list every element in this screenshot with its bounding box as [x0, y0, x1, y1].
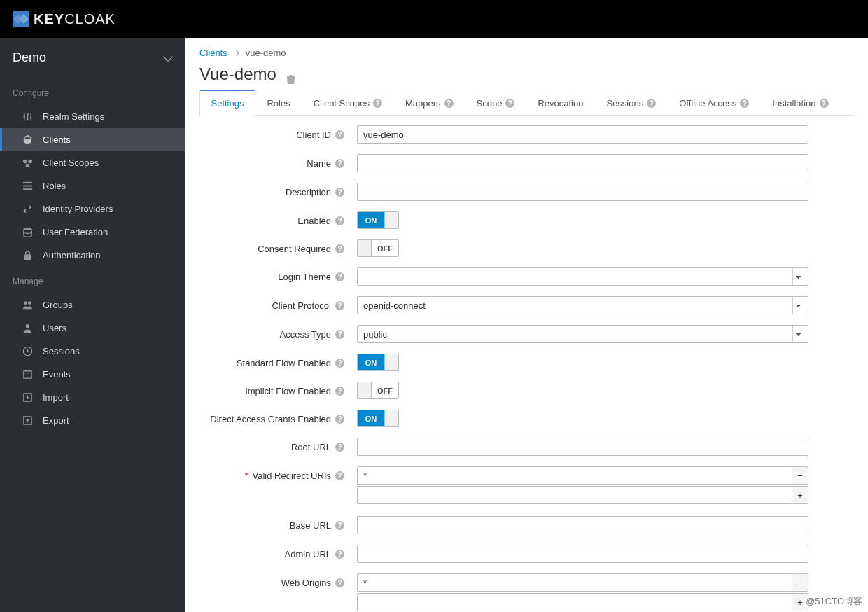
sidebar-item-clients[interactable]: Clients	[0, 128, 186, 151]
svg-rect-4	[23, 186, 32, 187]
help-icon[interactable]: ?	[335, 387, 344, 396]
sidebar-item-user-federation[interactable]: User Federation	[0, 221, 186, 244]
help-icon[interactable]: ?	[505, 99, 514, 108]
sidebar: Demo Configure Realm SettingsClientsClie…	[0, 38, 186, 612]
help-icon[interactable]: ?	[335, 578, 344, 587]
chevron-down-icon	[163, 51, 173, 61]
redirect-uri-input[interactable]	[357, 486, 792, 504]
base-url-input[interactable]	[357, 516, 808, 534]
group-icon	[22, 300, 33, 310]
remove-button[interactable]: −	[792, 466, 808, 485]
sidebar-item-realm-settings[interactable]: Realm Settings	[0, 105, 186, 128]
sidebar-item-label: Client Scopes	[43, 158, 99, 168]
help-icon[interactable]: ?	[335, 359, 344, 368]
consent-toggle[interactable]: OFF	[357, 239, 399, 257]
sidebar-item-users[interactable]: Users	[0, 317, 186, 340]
svg-rect-3	[23, 182, 32, 183]
help-icon[interactable]: ?	[444, 99, 454, 108]
web-origin-input[interactable]	[357, 593, 792, 611]
tab-installation[interactable]: Installation?	[761, 90, 840, 116]
list-icon	[22, 181, 33, 191]
sidebar-item-label: Users	[43, 323, 66, 333]
help-icon[interactable]: ?	[335, 471, 344, 480]
tab-revocation[interactable]: Revocation	[526, 90, 595, 116]
top-bar: KEYCLOAK	[0, 0, 868, 38]
svg-point-9	[28, 301, 31, 305]
direct-access-toggle[interactable]: ON	[357, 410, 399, 427]
admin-url-input[interactable]	[357, 545, 808, 563]
description-input[interactable]	[357, 183, 808, 201]
sidebar-item-groups[interactable]: Groups	[0, 293, 186, 317]
section-configure-label: Configure	[0, 78, 186, 105]
login-theme-select[interactable]	[357, 267, 808, 286]
help-icon[interactable]: ?	[335, 521, 344, 530]
help-icon[interactable]: ?	[373, 99, 382, 108]
svg-point-1	[27, 113, 29, 116]
help-icon[interactable]: ?	[335, 159, 344, 168]
sidebar-item-roles[interactable]: Roles	[0, 174, 186, 197]
tab-offline-access[interactable]: Offline Access?	[668, 90, 761, 116]
main-content: Clients vue-demo Vue-demo SettingsRolesC…	[186, 38, 868, 612]
sidebar-item-label: Realm Settings	[43, 111, 104, 122]
sidebar-item-events[interactable]: Events	[0, 363, 186, 386]
add-button[interactable]: +	[792, 486, 808, 504]
help-icon[interactable]: ?	[820, 99, 829, 108]
implicit-flow-toggle[interactable]: OFF	[357, 382, 399, 399]
help-icon[interactable]: ?	[335, 330, 344, 339]
help-icon[interactable]: ?	[335, 188, 344, 197]
logo[interactable]: KEYCLOAK	[13, 11, 115, 27]
help-icon[interactable]: ?	[647, 99, 656, 108]
web-origin-input[interactable]	[357, 573, 792, 592]
tab-scope[interactable]: Scope?	[465, 90, 526, 116]
tab-roles[interactable]: Roles	[255, 90, 302, 116]
chevron-right-icon	[234, 50, 239, 55]
standard-flow-toggle[interactable]: ON	[357, 354, 399, 371]
client-id-input[interactable]	[357, 125, 808, 144]
sidebar-item-identity-providers[interactable]: Identity Providers	[0, 197, 186, 221]
tab-mappers[interactable]: Mappers?	[393, 90, 465, 116]
delete-icon[interactable]	[286, 69, 295, 80]
sliders-icon	[22, 111, 33, 122]
svg-point-0	[23, 116, 25, 118]
sidebar-item-label: Roles	[43, 181, 66, 191]
sidebar-item-authentication[interactable]: Authentication	[0, 244, 186, 267]
help-icon[interactable]: ?	[335, 244, 344, 253]
access-type-select[interactable]: public	[357, 325, 808, 343]
settings-form: Client ID? Name? Description? Enabled?ON…	[200, 125, 808, 612]
svg-rect-5	[23, 188, 32, 190]
svg-point-8	[24, 301, 27, 305]
tab-client-scopes[interactable]: Client Scopes?	[302, 90, 393, 116]
help-icon[interactable]: ?	[335, 443, 344, 452]
tab-sessions[interactable]: Sessions?	[595, 90, 668, 116]
help-icon[interactable]: ?	[335, 301, 344, 310]
add-button[interactable]: +	[792, 593, 808, 611]
database-icon	[22, 227, 33, 237]
help-icon[interactable]: ?	[740, 99, 749, 108]
help-icon[interactable]: ?	[335, 130, 344, 139]
enabled-toggle[interactable]: ON	[357, 211, 399, 229]
name-input[interactable]	[357, 154, 808, 172]
help-icon[interactable]: ?	[335, 272, 344, 281]
root-url-input[interactable]	[357, 438, 808, 456]
client-protocol-select[interactable]: openid-connect	[357, 296, 808, 314]
svg-point-2	[30, 117, 32, 119]
help-icon[interactable]: ?	[335, 216, 344, 225]
remove-button[interactable]: −	[792, 573, 808, 592]
tab-settings[interactable]: Settings	[200, 90, 255, 116]
sidebar-item-label: Clients	[43, 134, 71, 145]
sidebar-item-import[interactable]: Import	[0, 386, 186, 409]
breadcrumb-current: vue-demo	[246, 48, 286, 58]
breadcrumb-parent[interactable]: Clients	[200, 48, 227, 58]
sidebar-item-label: Export	[43, 415, 69, 426]
lock-icon	[22, 250, 33, 260]
realm-selector[interactable]: Demo	[0, 38, 186, 78]
help-icon[interactable]: ?	[335, 550, 344, 559]
sidebar-item-sessions[interactable]: Sessions	[0, 340, 186, 363]
sidebar-item-label: Identity Providers	[43, 204, 113, 214]
logo-text: KEYCLOAK	[34, 11, 115, 27]
help-icon[interactable]: ?	[335, 415, 344, 424]
redirect-uri-input[interactable]	[357, 466, 792, 485]
sidebar-item-export[interactable]: Export	[0, 409, 186, 432]
sidebar-item-client-scopes[interactable]: Client Scopes	[0, 151, 186, 174]
sidebar-item-label: Import	[43, 392, 69, 403]
